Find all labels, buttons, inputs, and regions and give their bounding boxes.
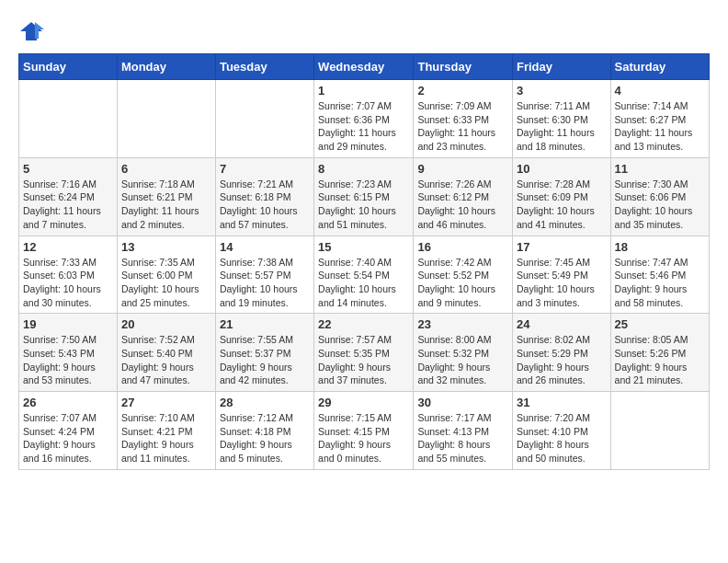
day-info: Sunrise: 8:00 AM Sunset: 5:32 PM Dayligh… [417,333,508,387]
day-info: Sunrise: 7:15 AM Sunset: 4:15 PM Dayligh… [318,411,409,465]
day-number: 5 [23,162,113,176]
calendar-cell [215,80,313,158]
week-row-5: 26Sunrise: 7:07 AM Sunset: 4:24 PM Dayli… [19,392,710,470]
day-info: Sunrise: 7:20 AM Sunset: 4:10 PM Dayligh… [517,411,607,465]
calendar-cell: 31Sunrise: 7:20 AM Sunset: 4:10 PM Dayli… [513,392,611,470]
day-number: 4 [615,84,705,98]
day-info: Sunrise: 7:45 AM Sunset: 5:49 PM Dayligh… [517,256,607,310]
day-info: Sunrise: 7:21 AM Sunset: 6:18 PM Dayligh… [220,178,310,232]
day-number: 23 [417,317,508,331]
calendar-cell: 13Sunrise: 7:35 AM Sunset: 6:00 PM Dayli… [117,236,215,314]
day-number: 1 [318,84,409,98]
calendar-cell: 24Sunrise: 8:02 AM Sunset: 5:29 PM Dayli… [513,314,611,392]
page-header [18,18,710,44]
day-number: 15 [318,240,409,254]
calendar-cell: 18Sunrise: 7:47 AM Sunset: 5:46 PM Dayli… [610,236,709,314]
day-number: 2 [417,84,508,98]
day-number: 31 [517,396,607,409]
day-number: 20 [121,317,211,331]
calendar-cell: 21Sunrise: 7:55 AM Sunset: 5:37 PM Dayli… [215,314,313,392]
day-info: Sunrise: 7:55 AM Sunset: 5:37 PM Dayligh… [220,333,310,387]
day-number: 22 [318,317,409,331]
day-number: 16 [417,240,508,254]
day-number: 14 [220,240,310,254]
calendar-cell: 25Sunrise: 8:05 AM Sunset: 5:26 PM Dayli… [610,314,709,392]
calendar-cell: 20Sunrise: 7:52 AM Sunset: 5:40 PM Dayli… [117,314,215,392]
day-info: Sunrise: 7:40 AM Sunset: 5:54 PM Dayligh… [318,256,409,310]
day-number: 10 [517,162,607,176]
calendar-cell: 6Sunrise: 7:18 AM Sunset: 6:21 PM Daylig… [117,157,215,236]
day-number: 21 [220,317,310,331]
day-info: Sunrise: 7:09 AM Sunset: 6:33 PM Dayligh… [417,99,508,154]
week-row-4: 19Sunrise: 7:50 AM Sunset: 5:43 PM Dayli… [19,314,710,392]
day-number: 12 [23,240,113,254]
calendar-cell: 22Sunrise: 7:57 AM Sunset: 5:35 PM Dayli… [314,314,414,392]
header-day-thursday: Thursday [414,54,513,80]
calendar-cell: 2Sunrise: 7:09 AM Sunset: 6:33 PM Daylig… [414,80,513,158]
header-day-wednesday: Wednesday [314,54,414,80]
day-number: 19 [23,317,113,331]
calendar-body: 1Sunrise: 7:07 AM Sunset: 6:36 PM Daylig… [19,80,710,470]
svg-marker-0 [20,22,42,40]
day-number: 28 [220,396,310,409]
header-row: SundayMondayTuesdayWednesdayThursdayFrid… [19,54,710,80]
calendar-cell: 4Sunrise: 7:14 AM Sunset: 6:27 PM Daylig… [610,80,709,158]
day-info: Sunrise: 8:02 AM Sunset: 5:29 PM Dayligh… [517,333,607,387]
calendar-cell: 23Sunrise: 8:00 AM Sunset: 5:32 PM Dayli… [414,314,513,392]
calendar-cell: 11Sunrise: 7:30 AM Sunset: 6:06 PM Dayli… [610,157,709,236]
day-info: Sunrise: 7:50 AM Sunset: 5:43 PM Dayligh… [23,333,113,387]
day-info: Sunrise: 7:12 AM Sunset: 4:18 PM Dayligh… [220,411,310,465]
calendar-cell: 10Sunrise: 7:28 AM Sunset: 6:09 PM Dayli… [513,157,611,236]
day-info: Sunrise: 7:14 AM Sunset: 6:27 PM Dayligh… [615,99,705,154]
day-number: 6 [121,162,211,176]
calendar-cell: 7Sunrise: 7:21 AM Sunset: 6:18 PM Daylig… [215,157,313,236]
day-info: Sunrise: 7:07 AM Sunset: 6:36 PM Dayligh… [318,99,409,154]
header-day-friday: Friday [513,54,611,80]
calendar-cell [610,392,709,470]
calendar-cell: 19Sunrise: 7:50 AM Sunset: 5:43 PM Dayli… [19,314,118,392]
day-info: Sunrise: 7:35 AM Sunset: 6:00 PM Dayligh… [121,256,211,310]
day-info: Sunrise: 7:30 AM Sunset: 6:06 PM Dayligh… [615,178,705,232]
day-info: Sunrise: 7:18 AM Sunset: 6:21 PM Dayligh… [121,178,211,232]
calendar-cell: 17Sunrise: 7:45 AM Sunset: 5:49 PM Dayli… [513,236,611,314]
calendar-cell [117,80,215,158]
day-info: Sunrise: 7:52 AM Sunset: 5:40 PM Dayligh… [121,333,211,387]
day-info: Sunrise: 7:11 AM Sunset: 6:30 PM Dayligh… [517,99,607,154]
day-info: Sunrise: 7:26 AM Sunset: 6:12 PM Dayligh… [417,178,508,232]
day-number: 29 [318,396,409,409]
day-number: 3 [517,84,607,98]
day-number: 9 [417,162,508,176]
day-number: 18 [615,240,705,254]
day-info: Sunrise: 7:07 AM Sunset: 4:24 PM Dayligh… [23,411,113,465]
logo-icon [18,18,44,44]
header-day-monday: Monday [117,54,215,80]
day-number: 13 [121,240,211,254]
header-day-tuesday: Tuesday [215,54,313,80]
calendar-cell: 3Sunrise: 7:11 AM Sunset: 6:30 PM Daylig… [513,80,611,158]
calendar-cell: 29Sunrise: 7:15 AM Sunset: 4:15 PM Dayli… [314,392,414,470]
day-info: Sunrise: 7:10 AM Sunset: 4:21 PM Dayligh… [121,411,211,465]
calendar-cell [19,80,118,158]
calendar-cell: 16Sunrise: 7:42 AM Sunset: 5:52 PM Dayli… [414,236,513,314]
calendar-cell: 28Sunrise: 7:12 AM Sunset: 4:18 PM Dayli… [215,392,313,470]
calendar-table: SundayMondayTuesdayWednesdayThursdayFrid… [18,53,710,470]
calendar-cell: 5Sunrise: 7:16 AM Sunset: 6:24 PM Daylig… [19,157,118,236]
week-row-1: 1Sunrise: 7:07 AM Sunset: 6:36 PM Daylig… [19,80,710,158]
calendar-cell: 30Sunrise: 7:17 AM Sunset: 4:13 PM Dayli… [414,392,513,470]
day-number: 26 [23,396,113,409]
day-number: 30 [417,396,508,409]
calendar-cell: 1Sunrise: 7:07 AM Sunset: 6:36 PM Daylig… [314,80,414,158]
calendar-header: SundayMondayTuesdayWednesdayThursdayFrid… [19,54,710,80]
header-day-saturday: Saturday [610,54,709,80]
day-info: Sunrise: 7:38 AM Sunset: 5:57 PM Dayligh… [220,256,310,310]
calendar-cell: 27Sunrise: 7:10 AM Sunset: 4:21 PM Dayli… [117,392,215,470]
calendar-cell: 12Sunrise: 7:33 AM Sunset: 6:03 PM Dayli… [19,236,118,314]
day-number: 27 [121,396,211,409]
logo [18,18,48,44]
day-info: Sunrise: 7:42 AM Sunset: 5:52 PM Dayligh… [417,256,508,310]
day-info: Sunrise: 7:16 AM Sunset: 6:24 PM Dayligh… [23,178,113,232]
day-info: Sunrise: 7:47 AM Sunset: 5:46 PM Dayligh… [615,256,705,310]
week-row-3: 12Sunrise: 7:33 AM Sunset: 6:03 PM Dayli… [19,236,710,314]
day-info: Sunrise: 8:05 AM Sunset: 5:26 PM Dayligh… [615,333,705,387]
day-info: Sunrise: 7:33 AM Sunset: 6:03 PM Dayligh… [23,256,113,310]
